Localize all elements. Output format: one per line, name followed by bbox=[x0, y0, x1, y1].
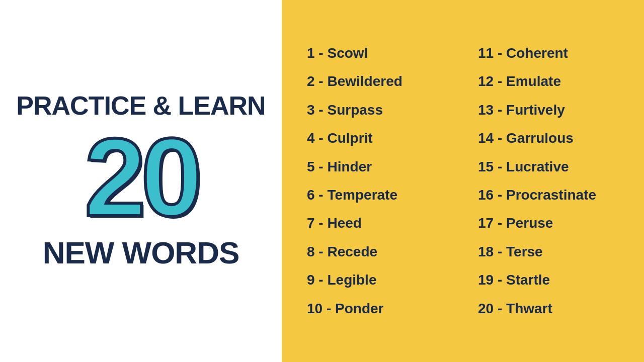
word-item-16: 16 - Procrastinate bbox=[473, 181, 624, 209]
left-panel: PRACTICE & LEARN 20 NEW WORDS bbox=[0, 0, 282, 362]
word-item-6: 6 - Temperate bbox=[302, 181, 453, 209]
word-item-3: 3 - Surpass bbox=[302, 96, 453, 124]
word-item-1: 1 - Scowl bbox=[302, 39, 453, 67]
word-item-2: 2 - Bewildered bbox=[302, 67, 453, 96]
word-item-8: 8 - Recede bbox=[302, 238, 453, 266]
word-item-18: 18 - Terse bbox=[473, 238, 624, 266]
word-item-17: 17 - Peruse bbox=[473, 209, 624, 237]
right-panel: 1 - Scowl2 - Bewildered3 - Surpass4 - Cu… bbox=[282, 0, 644, 362]
word-item-19: 19 - Startle bbox=[473, 266, 624, 294]
word-item-20: 20 - Thwart bbox=[473, 295, 624, 323]
word-item-11: 11 - Coherent bbox=[473, 39, 624, 67]
word-item-10: 10 - Ponder bbox=[302, 295, 453, 323]
word-item-9: 9 - Legible bbox=[302, 266, 453, 294]
word-item-15: 15 - Lucrative bbox=[473, 153, 624, 181]
word-list: 1 - Scowl2 - Bewildered3 - Surpass4 - Cu… bbox=[302, 39, 624, 323]
word-item-13: 13 - Furtively bbox=[473, 96, 624, 124]
left-column: 1 - Scowl2 - Bewildered3 - Surpass4 - Cu… bbox=[302, 39, 463, 323]
word-item-14: 14 - Garrulous bbox=[473, 124, 624, 152]
right-column: 11 - Coherent12 - Emulate13 - Furtively1… bbox=[463, 39, 624, 323]
word-item-5: 5 - Hinder bbox=[302, 153, 453, 181]
new-words-text: NEW WORDS bbox=[43, 235, 239, 270]
word-item-12: 12 - Emulate bbox=[473, 67, 624, 96]
big-number: 20 bbox=[85, 131, 198, 225]
word-item-4: 4 - Culprit bbox=[302, 124, 453, 152]
word-item-7: 7 - Heed bbox=[302, 209, 453, 237]
